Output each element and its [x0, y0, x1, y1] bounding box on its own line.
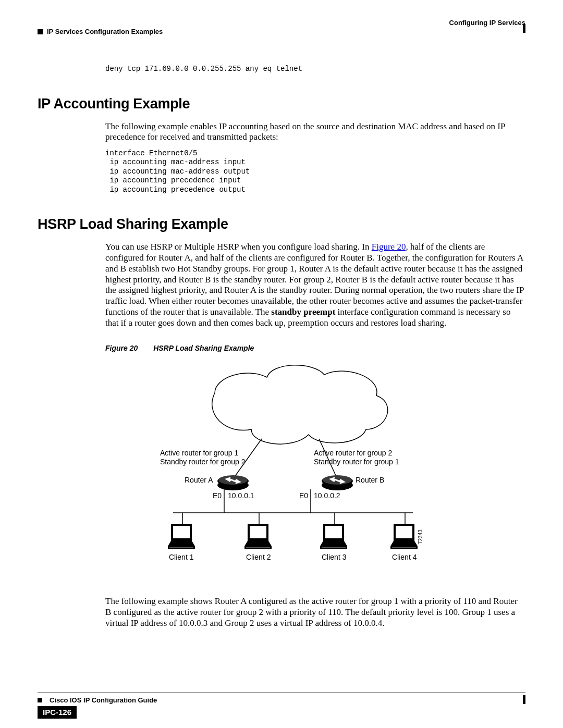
page-header: Configuring IP Services — [38, 19, 525, 27]
footer-marker-icon — [38, 698, 42, 702]
para-hsrp-example-desc: The following example shows Router A con… — [105, 596, 525, 628]
svg-rect-34 — [392, 547, 416, 548]
svg-rect-29 — [322, 547, 346, 548]
cloud-icon — [212, 365, 388, 444]
figure-caption: Figure 20 HSRP Load Sharing Example — [105, 344, 525, 352]
svg-marker-32 — [390, 541, 418, 546]
router-a-icon — [217, 475, 249, 490]
router-b-ip: 10.0.0.2 — [314, 491, 340, 500]
router-b-icon — [322, 475, 353, 490]
diagram-id: 72343 — [418, 529, 423, 544]
client-2-label: Client 2 — [246, 553, 271, 561]
para-ip-accounting-intro: The following example enables IP account… — [105, 121, 525, 143]
router-b-iface: E0 — [299, 491, 308, 500]
footer-guide-title: Cisco IOS IP Configuration Guide — [50, 696, 157, 704]
figure-20-link[interactable]: Figure 20 — [372, 242, 406, 252]
client-2-icon — [244, 524, 272, 549]
figure-number: Figure 20 — [105, 344, 138, 352]
hsrp-text-post: , half of the clients are configured for… — [105, 242, 524, 316]
header-chapter-title: Configuring IP Services — [449, 19, 525, 27]
code-ip-accounting: interface Ethernet0/5 ip accounting mac-… — [105, 149, 525, 195]
client-3-icon — [320, 524, 347, 549]
svg-marker-22 — [244, 541, 272, 546]
figure-diagram: Active router for group 1 Standby router… — [157, 362, 525, 572]
code-deny-tcp: deny tcp 171.69.0.0 0.0.255.255 any eq t… — [105, 65, 525, 74]
router-a-ip: 10.0.0.1 — [228, 491, 254, 500]
svg-rect-26 — [325, 526, 342, 538]
svg-rect-24 — [246, 547, 270, 548]
client-3-label: Client 3 — [322, 553, 347, 561]
heading-hsrp-load-sharing: HSRP Load Sharing Example — [38, 216, 525, 232]
svg-marker-27 — [320, 541, 347, 546]
para-hsrp-intro: You can use HSRP or Multiple HSRP when y… — [105, 242, 525, 328]
router-a-label: Router A — [185, 476, 213, 484]
svg-rect-19 — [169, 547, 193, 548]
heading-ip-accounting: IP Accounting Example — [38, 96, 525, 112]
page-number-badge: IPC-126 — [38, 706, 77, 719]
router-b-line1: Active router for group 2 — [314, 449, 392, 457]
header-marker-icon — [38, 29, 43, 34]
client-4-icon — [390, 524, 418, 549]
header-section-title: IP Services Configuration Examples — [47, 28, 163, 35]
router-a-line2: Standby router for group 2 — [160, 458, 246, 466]
svg-rect-31 — [396, 526, 412, 538]
figure-title: HSRP Load Sharing Example — [153, 344, 254, 352]
hsrp-text-pre: You can use HSRP or Multiple HSRP when y… — [105, 242, 372, 252]
svg-rect-21 — [250, 526, 266, 538]
page-footer: Cisco IOS IP Configuration Guide IPC-126 — [38, 693, 525, 719]
footer-bar-icon — [523, 695, 525, 704]
svg-rect-16 — [173, 526, 190, 538]
client-4-label: Client 4 — [392, 553, 417, 561]
router-a-iface: E0 — [213, 491, 222, 500]
router-b-label: Router B — [356, 476, 384, 484]
svg-marker-17 — [168, 541, 195, 546]
router-a-line1: Active router for group 1 — [160, 449, 238, 457]
cmd-standby-preempt: standby preempt — [271, 307, 335, 317]
client-1-icon — [168, 524, 195, 549]
router-b-line2: Standby router for group 1 — [314, 458, 399, 466]
client-1-label: Client 1 — [169, 553, 194, 561]
